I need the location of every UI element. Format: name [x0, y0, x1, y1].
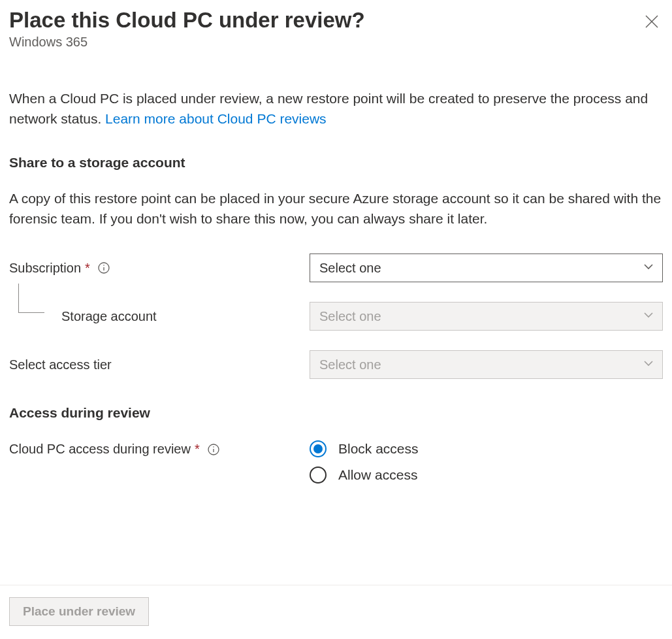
radio-icon — [310, 440, 327, 457]
access-section-heading: Access during review — [9, 405, 663, 421]
place-under-review-button[interactable]: Place under review — [9, 597, 149, 626]
radio-allow-access-label: Allow access — [338, 467, 417, 483]
svg-point-4 — [103, 265, 104, 266]
share-section-heading: Share to a storage account — [9, 155, 663, 171]
storage-account-field-row: Storage account Select one — [9, 302, 663, 331]
close-button[interactable] — [641, 10, 663, 33]
close-icon — [645, 14, 659, 29]
radio-allow-access[interactable]: Allow access — [310, 467, 419, 483]
radio-block-access-label: Block access — [338, 441, 419, 457]
chevron-down-icon — [643, 261, 654, 276]
dialog-title: Place this Cloud PC under review? — [9, 7, 365, 33]
required-indicator: * — [85, 261, 90, 276]
svg-point-7 — [213, 446, 214, 448]
access-tier-select: Select one — [310, 350, 663, 379]
storage-account-label: Storage account — [61, 309, 157, 324]
storage-account-select-value: Select one — [319, 309, 381, 324]
info-icon[interactable] — [98, 262, 110, 274]
subscription-label: Subscription — [9, 261, 81, 276]
subscription-select-value: Select one — [319, 261, 381, 276]
subscription-select[interactable]: Select one — [310, 254, 663, 282]
subscription-field-row: Subscription * Select one — [9, 254, 663, 282]
radio-block-access[interactable]: Block access — [310, 440, 419, 457]
dialog-subtitle: Windows 365 — [9, 35, 365, 50]
access-tier-label: Select access tier — [9, 357, 112, 372]
required-indicator: * — [195, 442, 200, 457]
share-section-description: A copy of this restore point can be plac… — [9, 189, 663, 229]
access-during-review-label: Cloud PC access during review — [9, 442, 191, 457]
chevron-down-icon — [643, 309, 654, 324]
access-tier-select-value: Select one — [319, 357, 381, 372]
chevron-down-icon — [643, 357, 654, 372]
info-icon[interactable] — [208, 444, 219, 455]
intro-text: When a Cloud PC is placed under review, … — [9, 89, 663, 129]
access-radio-group: Block access Allow access — [310, 440, 419, 483]
storage-account-select: Select one — [310, 302, 663, 331]
dialog-footer: Place under review — [0, 585, 672, 639]
radio-icon — [310, 467, 327, 483]
dialog-header: Place this Cloud PC under review? Window… — [9, 7, 663, 50]
learn-more-link[interactable]: Learn more about Cloud PC reviews — [105, 111, 327, 126]
access-tier-field-row: Select access tier Select one — [9, 350, 663, 379]
